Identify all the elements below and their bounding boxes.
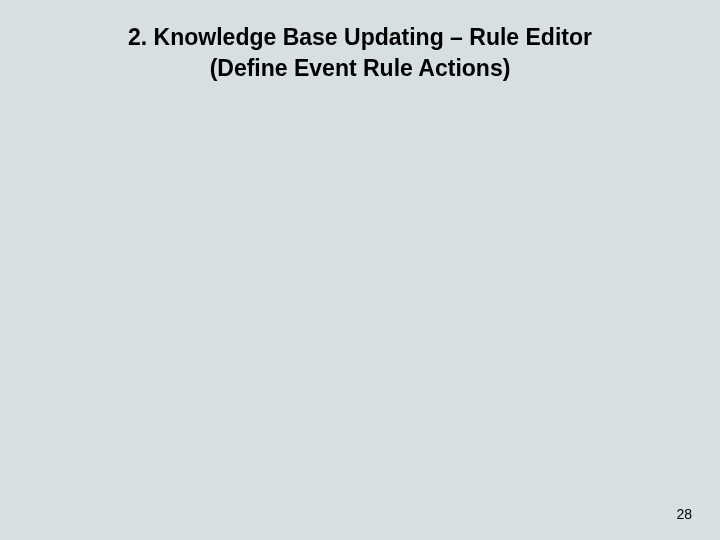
page-number: 28 [676,506,692,522]
title-line-1: 2. Knowledge Base Updating – Rule Editor [50,22,670,53]
slide-title: 2. Knowledge Base Updating – Rule Editor… [0,22,720,84]
title-line-2: (Define Event Rule Actions) [50,53,670,84]
slide-container: 2. Knowledge Base Updating – Rule Editor… [0,0,720,540]
